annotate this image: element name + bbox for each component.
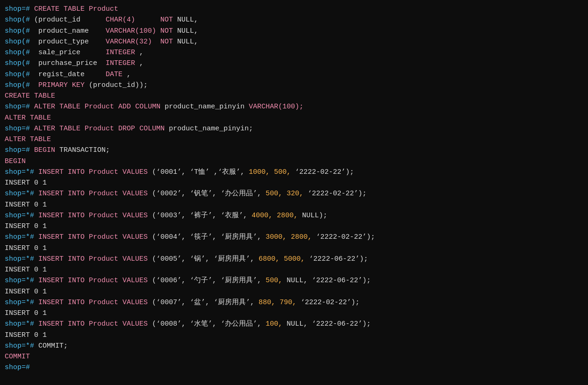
result-text: INSERT 0 1 bbox=[5, 331, 47, 339]
terminal-line: shop=# BEGIN TRANSACTION; bbox=[5, 145, 583, 156]
command-text: sale_price INTEGER , bbox=[34, 49, 143, 57]
terminal-line: shop=# ALTER TABLE Product ADD COLUMN pr… bbox=[5, 101, 583, 112]
prompt-text: shop=*# bbox=[5, 233, 38, 241]
prompt-text: shop(# bbox=[5, 81, 34, 89]
command-text: (product_id CHAR(4) NOT NULL, bbox=[34, 16, 198, 24]
terminal-line: INSERT 0 1 bbox=[5, 178, 583, 188]
command-text: INSERT INTO Product VALUES (‘0008’, ‘水笔’… bbox=[38, 320, 371, 328]
terminal-line: shop=*# INSERT INTO Product VALUES (‘000… bbox=[5, 275, 583, 286]
command-text: ALTER TABLE Product DROP COLUMN product_… bbox=[34, 125, 253, 133]
prompt-text: shop=*# bbox=[5, 190, 38, 198]
command-text: INSERT INTO Product VALUES (‘0001’, ‘T恤’… bbox=[38, 168, 354, 176]
result-text: INSERT 0 1 bbox=[5, 179, 47, 187]
prompt-text: shop=# bbox=[5, 364, 34, 371]
terminal-line: shop=# ALTER TABLE Product DROP COLUMN p… bbox=[5, 123, 583, 134]
command-text: BEGIN TRANSACTION; bbox=[34, 146, 110, 154]
terminal-line: shop(# purchase_price INTEGER , bbox=[5, 58, 583, 69]
terminal-line: shop(# regist_date DATE , bbox=[5, 69, 583, 80]
terminal-line: BEGIN bbox=[5, 156, 583, 167]
prompt-text: shop=# bbox=[5, 5, 34, 13]
command-text: purchase_price INTEGER , bbox=[34, 59, 143, 67]
terminal-line: INSERT 0 1 bbox=[5, 286, 583, 297]
terminal-line: shop(# sale_price INTEGER , bbox=[5, 47, 583, 58]
terminal-line: shop=*# INSERT INTO Product VALUES (‘000… bbox=[5, 232, 583, 242]
command-text: product_name VARCHAR(100) NOT NULL, bbox=[34, 27, 198, 35]
command-text: product_type VARCHAR(32) NOT NULL, bbox=[34, 38, 198, 46]
prompt-text: shop(# bbox=[5, 16, 34, 24]
terminal-line: ALTER TABLE bbox=[5, 113, 583, 123]
terminal-line: shop(# (product_id CHAR(4) NOT NULL, bbox=[5, 14, 583, 25]
terminal-line: INSERT 0 1 bbox=[5, 221, 583, 232]
terminal-line: INSERT 0 1 bbox=[5, 264, 583, 275]
command-text: PRIMARY KEY (product_id)); bbox=[34, 81, 148, 89]
prompt-text: shop=*# bbox=[5, 342, 38, 350]
command-text: COMMIT; bbox=[38, 342, 68, 350]
result-text: INSERT 0 1 bbox=[5, 222, 47, 230]
command-text: INSERT INTO Product VALUES (‘0005’, ‘锅’,… bbox=[38, 255, 368, 263]
prompt-text: shop(# bbox=[5, 49, 34, 57]
command-text: INSERT INTO Product VALUES (‘0007’, ‘盆’,… bbox=[38, 299, 359, 307]
result-text: INSERT 0 1 bbox=[5, 288, 47, 296]
terminal-line: shop(# product_name VARCHAR(100) NOT NUL… bbox=[5, 26, 583, 36]
terminal-line: shop=# CREATE TABLE Product bbox=[5, 4, 583, 14]
command-text: INSERT INTO Product VALUES (‘0003’, ‘裤子’… bbox=[38, 212, 327, 220]
terminal-line: shop=*# INSERT INTO Product VALUES (‘000… bbox=[5, 319, 583, 329]
result-text: INSERT 0 1 bbox=[5, 309, 47, 317]
prompt-text: shop=*# bbox=[5, 168, 38, 176]
terminal-line: shop=*# INSERT INTO Product VALUES (‘000… bbox=[5, 297, 583, 308]
prompt-text: shop=*# bbox=[5, 320, 38, 328]
terminal-line: INSERT 0 1 bbox=[5, 243, 583, 254]
result-text: CREATE TABLE bbox=[5, 92, 55, 100]
result-text: INSERT 0 1 bbox=[5, 266, 47, 274]
prompt-text: shop=*# bbox=[5, 299, 38, 307]
terminal-line: INSERT 0 1 bbox=[5, 200, 583, 210]
command-text: INSERT INTO Product VALUES (‘0006’, ‘勺子’… bbox=[38, 277, 371, 285]
result-text: ALTER TABLE bbox=[5, 135, 51, 143]
terminal-line: ALTER TABLE bbox=[5, 134, 583, 145]
terminal-line: shop=# bbox=[5, 362, 583, 373]
result-text: INSERT 0 1 bbox=[5, 244, 47, 252]
prompt-text: shop=# bbox=[5, 146, 34, 154]
terminal-line: INSERT 0 1 bbox=[5, 308, 583, 319]
prompt-text: shop=*# bbox=[5, 212, 38, 220]
terminal-line: COMMIT bbox=[5, 351, 583, 362]
terminal-line: shop=*# INSERT INTO Product VALUES (‘000… bbox=[5, 210, 583, 221]
prompt-text: shop=# bbox=[5, 103, 34, 111]
command-text: INSERT INTO Product VALUES (‘0004’, ‘筷子’… bbox=[38, 233, 375, 241]
prompt-text: shop(# bbox=[5, 59, 34, 67]
result-text: COMMIT bbox=[5, 353, 30, 361]
terminal-line: shop=*# INSERT INTO Product VALUES (‘000… bbox=[5, 167, 583, 178]
terminal-line: CREATE TABLE bbox=[5, 91, 583, 101]
prompt-text: shop(# bbox=[5, 27, 34, 35]
prompt-text: shop=*# bbox=[5, 277, 38, 285]
terminal-line: shop=*# INSERT INTO Product VALUES (‘000… bbox=[5, 254, 583, 264]
prompt-text: shop=# bbox=[5, 125, 34, 133]
result-text: ALTER TABLE bbox=[5, 114, 51, 122]
result-text: BEGIN bbox=[5, 157, 26, 165]
terminal-line: shop=*# INSERT INTO Product VALUES (‘000… bbox=[5, 188, 583, 199]
terminal-line: shop(# PRIMARY KEY (product_id)); bbox=[5, 80, 583, 91]
prompt-text: shop(# bbox=[5, 38, 34, 46]
terminal-window: shop=# CREATE TABLE Productshop(# (produ… bbox=[5, 4, 583, 385]
result-text: INSERT 0 1 bbox=[5, 201, 47, 209]
prompt-text: shop(# bbox=[5, 71, 34, 78]
terminal-line: INSERT 0 1 bbox=[5, 330, 583, 341]
command-text: CREATE TABLE Product bbox=[34, 5, 118, 13]
command-text: regist_date DATE , bbox=[34, 71, 131, 78]
terminal-line: shop(# product_type VARCHAR(32) NOT NULL… bbox=[5, 36, 583, 47]
terminal-line: shop=*# COMMIT; bbox=[5, 341, 583, 351]
prompt-text: shop=*# bbox=[5, 255, 38, 263]
command-text: INSERT INTO Product VALUES (‘0002’, ‘钒笔’… bbox=[38, 190, 366, 198]
command-text: ALTER TABLE Product ADD COLUMN product_n… bbox=[34, 103, 303, 111]
